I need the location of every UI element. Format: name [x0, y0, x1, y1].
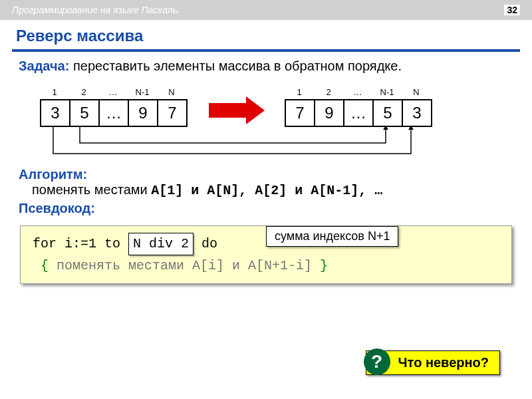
- index-cell: 1: [40, 87, 69, 99]
- array-cell: 9: [128, 99, 158, 127]
- array-right: 1 2 … N-1 N 7 9 … 5 3: [285, 87, 432, 127]
- code-brace: }: [312, 258, 328, 273]
- index-cell: N-1: [128, 87, 157, 99]
- svg-marker-0: [408, 126, 414, 130]
- question-callout: ? Что неверно?: [366, 350, 500, 375]
- index-cell: N: [402, 87, 431, 99]
- swap-lines-icon: [40, 126, 426, 159]
- array-cell: …: [343, 99, 374, 127]
- index-cell: 2: [314, 87, 343, 99]
- array-diagram: 1 2 … N-1 N 3 5 … 9 7 1 2 … N-1: [19, 78, 513, 164]
- array-left: 1 2 … N-1 N 3 5 … 9 7: [40, 87, 188, 127]
- array-cell: 5: [372, 99, 403, 127]
- task-text: переставить элементы массива в обратном …: [69, 59, 402, 73]
- array-cell: 5: [69, 99, 100, 127]
- index-cell: N-1: [372, 87, 402, 99]
- task-label: Задача:: [19, 59, 69, 73]
- task-line: Задача: переставить элементы массива в о…: [19, 59, 513, 74]
- index-cell: 2: [69, 87, 98, 99]
- content-area: Задача: переставить элементы массива в о…: [0, 52, 532, 216]
- index-cell: 1: [285, 87, 314, 99]
- index-cell: …: [343, 87, 372, 99]
- pseudo-label: Псевдокод:: [19, 201, 513, 216]
- callout-sum: сумма индексов N+1: [266, 226, 398, 247]
- algorithm-label: Алгоритм:: [19, 167, 513, 182]
- code-line-2: { поменять местами A[i] и A[N+1-i] }: [33, 255, 499, 277]
- index-cell: N: [157, 87, 186, 99]
- question-mark-icon: ?: [364, 348, 390, 375]
- array-cell: 3: [402, 99, 432, 127]
- index-cell: …: [98, 87, 128, 99]
- array-cell: 9: [314, 99, 344, 127]
- algorithm-text: поменять местами A[1] и A[N], A[2] и A[N…: [19, 182, 513, 198]
- slide-title: Реверс массива: [0, 20, 532, 49]
- array-cell: …: [98, 99, 129, 127]
- code-highlight: N div 2: [128, 233, 194, 255]
- array-cell: 7: [157, 99, 188, 127]
- array-cell: 3: [40, 99, 70, 127]
- code-comment: поменять местами A[i] и A[N+1-i]: [57, 258, 312, 273]
- course-title: Программирование на языке Паскаль.: [12, 5, 180, 15]
- slide-header: Программирование на языке Паскаль. 32: [0, 0, 532, 20]
- code-brace: {: [41, 258, 57, 273]
- code-text: do: [194, 236, 217, 251]
- question-text: Что неверно?: [398, 355, 489, 370]
- algo-prefix: поменять местами: [32, 182, 151, 197]
- algo-mono: A[1] и A[N], A[2] и A[N-1], …: [151, 183, 382, 198]
- svg-marker-1: [383, 126, 388, 130]
- array-cell: 7: [285, 99, 315, 127]
- code-text: for i:=1 to: [33, 236, 128, 251]
- page-number: 32: [504, 5, 520, 15]
